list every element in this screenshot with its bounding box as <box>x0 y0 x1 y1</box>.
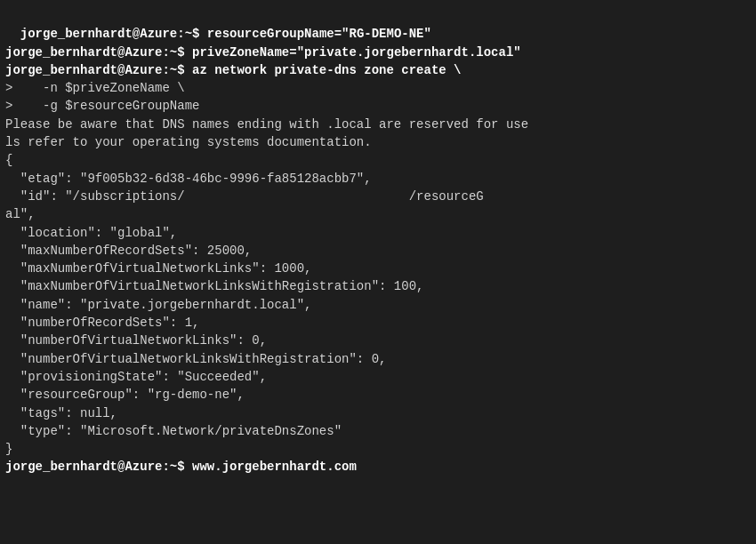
output-line-13: "numberOfVirtualNetworkLinks": 0, <box>5 333 267 348</box>
terminal-content: jorge_bernhardt@Azure:~$ resourceGroupNa… <box>5 27 528 474</box>
output-line-7: "location": "global", <box>5 226 177 240</box>
output-line-5: "id": "/subscriptions/ /resourceG <box>5 189 484 204</box>
output-continuation-2: > -g $resourceGroupName <box>5 99 199 113</box>
output-line-12: "numberOfRecordSets": 1, <box>5 316 199 330</box>
output-line-17: "tags": null, <box>5 406 117 420</box>
output-line-18: "type": "Microsoft.Network/privateDnsZon… <box>5 424 342 438</box>
prompt-line-1: jorge_bernhardt@Azure:~$ resourceGroupNa… <box>20 27 431 41</box>
output-continuation-1: > -n $priveZoneName \ <box>5 81 185 95</box>
output-line-19: } <box>5 442 12 456</box>
terminal-window: jorge_bernhardt@Azure:~$ resourceGroupNa… <box>0 0 756 501</box>
output-line-4: "etag": "9f005b32-6d38-46bc-9996-fa85128… <box>5 172 372 186</box>
output-line-3: { <box>5 153 12 167</box>
prompt-line-2: jorge_bernhardt@Azure:~$ priveZoneName="… <box>5 45 521 60</box>
output-line-2: ls refer to your operating systems docum… <box>5 135 372 149</box>
output-line-9: "maxNumberOfVirtualNetworkLinks": 1000, <box>5 261 311 276</box>
output-line-1: Please be aware that DNS names ending wi… <box>5 117 528 132</box>
prompt-line-3: jorge_bernhardt@Azure:~$ az network priv… <box>5 63 462 77</box>
output-line-14: "numberOfVirtualNetworkLinksWithRegistra… <box>5 352 386 366</box>
output-line-11: "name": "private.jorgebernhardt.local", <box>5 298 311 312</box>
output-line-15: "provisioningState": "Succeeded", <box>5 370 267 384</box>
output-line-8: "maxNumberOfRecordSets": 25000, <box>5 244 252 258</box>
output-line-10: "maxNumberOfVirtualNetworkLinksWithRegis… <box>5 279 423 293</box>
output-line-16: "resourceGroup": "rg-demo-ne", <box>5 388 245 402</box>
prompt-line-last: jorge_bernhardt@Azure:~$ www.jorgebernha… <box>5 460 357 474</box>
output-line-6: al", <box>5 207 36 221</box>
